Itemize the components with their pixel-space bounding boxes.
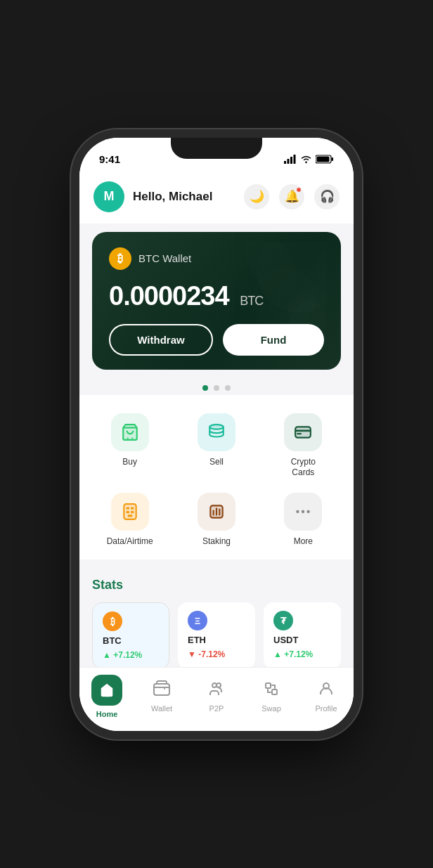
svg-point-30: [297, 510, 299, 513]
swap-nav-label: Swap: [261, 704, 281, 713]
sell-icon-wrap: [198, 413, 235, 451]
svg-rect-3: [294, 155, 296, 164]
action-sell[interactable]: Sell: [173, 406, 259, 486]
svg-rect-27: [213, 510, 214, 516]
more-icon-wrap: [284, 493, 322, 531]
svg-rect-29: [219, 508, 220, 515]
staking-icon-wrap: [198, 493, 235, 531]
svg-point-32: [307, 510, 310, 513]
buy-icon-wrap: [111, 413, 149, 451]
notch: [171, 138, 262, 159]
svg-rect-36: [266, 683, 271, 688]
svg-rect-22: [131, 507, 134, 509]
fund-button[interactable]: Fund: [223, 324, 324, 356]
svg-rect-37: [272, 689, 277, 694]
usdt-stat-icon: ₮: [273, 611, 293, 630]
actions-section: Buy Sell: [79, 395, 354, 560]
svg-rect-1: [287, 159, 290, 164]
header-right: 🌙 🔔 🎧: [244, 184, 340, 209]
notification-dot: [296, 187, 302, 193]
bottom-nav: Home Wallet: [79, 667, 354, 731]
header: M Hello, Michael 🌙 🔔 🎧: [79, 173, 354, 224]
swap-svg-icon: [263, 680, 280, 697]
svg-rect-28: [216, 507, 217, 515]
stat-card-eth[interactable]: Ξ ETH ▼ -7.12%: [178, 602, 255, 666]
battery-icon: [316, 155, 334, 164]
stat-card-btc[interactable]: ₿ BTC ▲ +7.12%: [92, 602, 169, 666]
action-more[interactable]: More: [260, 486, 347, 555]
svg-rect-21: [126, 507, 129, 509]
profile-nav-icon: [318, 680, 335, 701]
crypto-cards-label: CryptoCards: [291, 457, 316, 479]
nav-wallet[interactable]: Wallet: [141, 680, 183, 713]
svg-point-16: [209, 425, 224, 429]
support-button[interactable]: 🎧: [314, 184, 340, 209]
nav-swap[interactable]: Swap: [250, 680, 292, 713]
action-crypto-cards[interactable]: CryptoCards: [260, 406, 347, 486]
eth-stat-change: ▼ -7.12%: [188, 649, 245, 659]
btc-stat-change: ▲ +7.12%: [103, 650, 159, 660]
pagination-dot-3[interactable]: [225, 385, 231, 391]
p2p-nav-label: P2P: [209, 704, 224, 713]
wallet-nav-icon: [153, 680, 170, 701]
p2p-svg-icon: [208, 680, 225, 697]
avatar[interactable]: M: [93, 181, 124, 212]
pagination-dot-1[interactable]: [202, 385, 208, 391]
action-staking[interactable]: Staking: [173, 486, 259, 555]
dark-mode-button[interactable]: 🌙: [244, 184, 269, 209]
wallet-svg-icon: [153, 680, 170, 697]
svg-rect-23: [126, 511, 129, 513]
data-airtime-label: Data/Airtime: [107, 536, 153, 548]
staking-label: Staking: [202, 536, 231, 548]
withdraw-button[interactable]: Withdraw: [109, 324, 213, 356]
data-airtime-icon: [121, 503, 139, 521]
crypto-cards-icon: [294, 423, 312, 441]
signal-icon: [284, 155, 297, 164]
action-data-airtime[interactable]: Data/Airtime: [86, 486, 173, 555]
stats-section: Stats ₿ BTC ▲ +7.12% Ξ ETH ▼: [79, 566, 354, 666]
stat-icon-row-usdt: ₮: [273, 611, 331, 630]
wallet-card: ₿ BTC Wallet 0.0000234 BTC Withdraw Fund: [92, 232, 341, 370]
swap-nav-icon: [263, 680, 280, 701]
p2p-nav-icon: [208, 680, 225, 701]
data-airtime-icon-wrap: [111, 493, 149, 531]
usdt-stat-name: USDT: [273, 635, 331, 645]
status-time: 9:41: [99, 153, 120, 165]
wallet-section: ₿ BTC Wallet 0.0000234 BTC Withdraw Fund: [79, 224, 354, 378]
more-label: More: [294, 536, 313, 548]
action-buy[interactable]: Buy: [86, 406, 173, 486]
stats-title: Stats: [92, 578, 341, 592]
wallet-buttons: Withdraw Fund: [109, 324, 324, 356]
profile-nav-label: Profile: [315, 704, 337, 713]
wallet-title-row: ₿ BTC Wallet: [109, 247, 324, 270]
nav-profile[interactable]: Profile: [305, 680, 347, 713]
wifi-icon: [300, 155, 312, 164]
crypto-cards-icon-wrap: [284, 413, 322, 451]
greeting-text: Hello, Michael: [133, 190, 212, 204]
stat-icon-row-btc: ₿: [103, 611, 159, 631]
notification-button[interactable]: 🔔: [279, 184, 304, 209]
svg-rect-19: [297, 433, 302, 434]
eth-stat-icon: Ξ: [188, 611, 207, 630]
stat-card-usdt[interactable]: ₮ USDT ▲ +7.12%: [264, 602, 341, 666]
profile-svg-icon: [318, 680, 335, 697]
phone-frame: 9:41: [79, 138, 354, 731]
status-icons: [284, 155, 334, 164]
buy-label: Buy: [122, 457, 137, 468]
svg-point-4: [305, 162, 306, 163]
svg-point-15: [131, 437, 133, 439]
wallet-unit: BTC: [240, 294, 263, 308]
more-icon: [294, 503, 312, 521]
nav-home[interactable]: Home: [86, 675, 128, 718]
svg-rect-2: [290, 157, 292, 164]
svg-rect-17: [295, 427, 311, 437]
pagination-dot-2[interactable]: [214, 385, 219, 391]
svg-rect-24: [131, 511, 134, 513]
nav-p2p[interactable]: P2P: [195, 680, 238, 713]
btc-stat-icon: ₿: [103, 611, 122, 631]
svg-point-14: [127, 437, 128, 439]
svg-point-31: [302, 510, 304, 513]
actions-grid: Buy Sell: [86, 406, 347, 555]
buy-icon: [121, 423, 139, 441]
pagination-dots: [79, 378, 354, 395]
